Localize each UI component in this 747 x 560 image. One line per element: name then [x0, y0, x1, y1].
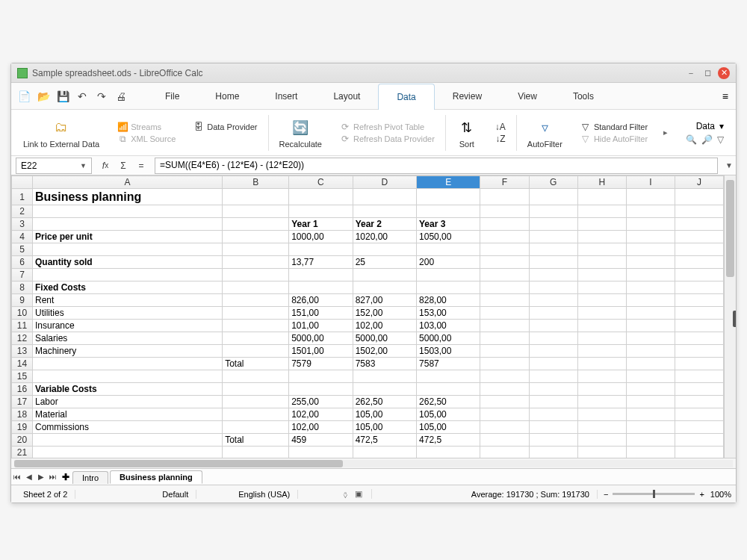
cell[interactable] — [577, 243, 626, 256]
cell[interactable] — [675, 269, 723, 281]
cell[interactable] — [675, 421, 723, 434]
cell[interactable]: Machinery — [33, 345, 223, 358]
cell[interactable] — [675, 434, 723, 447]
cell[interactable] — [223, 370, 289, 383]
cell[interactable] — [626, 320, 675, 332]
cell[interactable] — [577, 205, 626, 218]
cell[interactable] — [417, 447, 480, 458]
cell[interactable] — [529, 408, 577, 421]
sidebar-handle[interactable] — [733, 311, 736, 327]
cell[interactable]: Insurance — [33, 320, 223, 332]
column-header[interactable]: E — [417, 176, 480, 189]
cell[interactable]: 101,00 — [289, 320, 353, 332]
cell[interactable] — [480, 243, 529, 256]
cell[interactable] — [223, 281, 289, 294]
minimize-button[interactable]: − — [685, 67, 697, 79]
cell[interactable] — [675, 281, 723, 294]
cell[interactable]: Year 3 — [417, 218, 480, 231]
ribbon-sort[interactable]: ⇅ Sort — [449, 110, 485, 155]
cell[interactable] — [577, 370, 626, 383]
cell[interactable] — [480, 408, 529, 421]
cell[interactable] — [480, 307, 529, 320]
row-header[interactable]: 6 — [12, 256, 33, 269]
row-header[interactable]: 14 — [12, 358, 33, 370]
cell[interactable] — [529, 383, 577, 396]
cell[interactable] — [577, 447, 626, 458]
function-wizard-button[interactable]: fx — [96, 158, 114, 174]
cell[interactable] — [480, 434, 529, 447]
new-doc-icon[interactable]: 📄 — [16, 88, 32, 105]
menu-tab-data[interactable]: Data — [378, 84, 434, 110]
cell[interactable] — [675, 370, 723, 383]
cell[interactable]: Quantity sold — [33, 256, 223, 269]
cell[interactable] — [417, 281, 480, 294]
cell[interactable] — [480, 256, 529, 269]
cell[interactable] — [675, 383, 723, 396]
select-all-corner[interactable] — [12, 176, 33, 189]
cell[interactable] — [626, 358, 675, 370]
cell[interactable] — [353, 447, 416, 458]
name-box[interactable]: E22 ▼ — [16, 158, 92, 174]
row-header[interactable]: 18 — [12, 408, 33, 421]
cell[interactable]: Material — [33, 408, 223, 421]
row-header[interactable]: 11 — [12, 320, 33, 332]
formula-expand-button[interactable]: ▼ — [722, 161, 736, 169]
cell[interactable] — [417, 383, 480, 396]
column-header[interactable]: J — [675, 176, 723, 189]
cell[interactable] — [33, 447, 223, 458]
cell[interactable] — [289, 205, 353, 218]
cell[interactable] — [577, 434, 626, 447]
cell[interactable]: 5000,00 — [353, 332, 416, 345]
cell[interactable] — [480, 269, 529, 281]
cell[interactable]: 827,00 — [353, 294, 416, 307]
cell[interactable] — [529, 434, 577, 447]
cell[interactable] — [223, 421, 289, 434]
new-sheet-button[interactable]: ✚ — [59, 472, 72, 482]
ribbon-standard-filter[interactable]: ▽Standard Filter — [580, 122, 648, 132]
ribbon-link-to-external-data[interactable]: 🗂 Link to External Data — [16, 110, 107, 155]
tab-prev-icon[interactable]: ◀ — [23, 473, 35, 481]
cell[interactable] — [417, 370, 480, 383]
find-icon[interactable]: 🔍 — [686, 134, 697, 145]
cell[interactable]: Business planning — [33, 189, 223, 205]
cell[interactable]: 262,50 — [417, 396, 480, 408]
cell[interactable]: 102,00 — [289, 421, 353, 434]
cell[interactable] — [33, 269, 223, 281]
cell[interactable] — [223, 231, 289, 243]
ribbon-hide-autofilter[interactable]: ▽Hide AutoFilter — [580, 134, 648, 144]
cell[interactable] — [289, 243, 353, 256]
cell[interactable] — [353, 281, 416, 294]
cell[interactable]: Price per unit — [33, 231, 223, 243]
row-header[interactable]: 12 — [12, 332, 33, 345]
undo-icon[interactable]: ↶ — [74, 88, 90, 105]
cell[interactable] — [626, 256, 675, 269]
cell[interactable] — [480, 358, 529, 370]
cell[interactable] — [529, 243, 577, 256]
menu-tab-tools[interactable]: Tools — [555, 83, 612, 109]
scrollbar-thumb[interactable] — [726, 180, 734, 277]
cell[interactable] — [577, 358, 626, 370]
cell[interactable] — [626, 434, 675, 447]
open-icon[interactable]: 📂 — [35, 88, 52, 105]
sheet-tab[interactable]: Business planning — [110, 470, 202, 484]
cell[interactable] — [626, 307, 675, 320]
zoom-percent[interactable]: 100% — [710, 490, 731, 499]
cell[interactable] — [223, 294, 289, 307]
ribbon-refresh-pivot[interactable]: ⟳Refresh Pivot Table — [340, 122, 424, 132]
cell[interactable]: 1000,00 — [289, 231, 353, 243]
cell[interactable] — [577, 345, 626, 358]
cell[interactable]: 25 — [353, 256, 416, 269]
cell[interactable]: 200 — [417, 256, 480, 269]
cell[interactable]: 472,5 — [417, 434, 480, 447]
cell[interactable] — [223, 256, 289, 269]
cell[interactable] — [626, 269, 675, 281]
cell[interactable] — [577, 218, 626, 231]
print-icon[interactable]: 🖨 — [113, 88, 129, 105]
cell[interactable] — [480, 447, 529, 458]
cell[interactable] — [626, 383, 675, 396]
tab-first-icon[interactable]: ⏮ — [11, 473, 23, 481]
cell[interactable] — [675, 320, 723, 332]
cell[interactable] — [417, 269, 480, 281]
cell[interactable] — [289, 189, 353, 205]
cell[interactable] — [223, 408, 289, 421]
